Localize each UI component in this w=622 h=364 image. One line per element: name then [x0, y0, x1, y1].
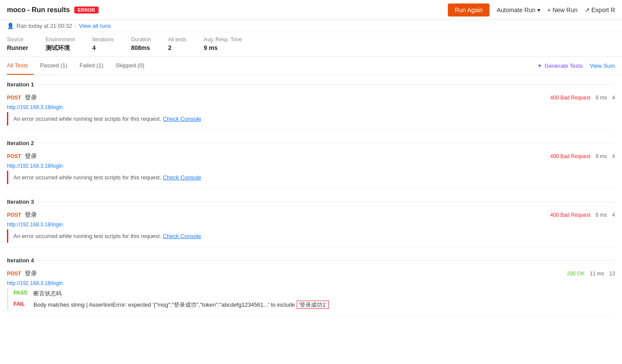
- ai-icon: ✦: [537, 63, 542, 69]
- view-all-runs-link[interactable]: View all runs: [79, 23, 111, 29]
- stat-label: All tests: [168, 36, 186, 43]
- automate-run-button[interactable]: Automate Run ▾: [496, 7, 540, 13]
- stat-value: 4: [92, 44, 113, 51]
- iteration-header-4: Iteration 4: [7, 251, 615, 267]
- automate-run-label: Automate Run: [496, 7, 536, 13]
- person-icon: 👤: [7, 23, 14, 29]
- request-right: 400 Bad Request9 ms4: [550, 153, 615, 159]
- check-console-link[interactable]: Check Console: [163, 174, 201, 181]
- request-block: POST登录200 OK11 ms13http://192.168.3.18/l…: [7, 267, 615, 315]
- tab-all-tests[interactable]: All Tests: [7, 57, 34, 75]
- method-badge: POST: [7, 153, 21, 159]
- request-block: POST登录400 Bad Request9 ms4http://192.168…: [7, 150, 615, 189]
- status-badge: 400 Bad Request: [550, 95, 591, 101]
- request-name: 登录: [25, 94, 37, 102]
- check-console-link[interactable]: Check Console: [163, 116, 201, 122]
- test-description: Body matches string | AssertionError: ex…: [33, 301, 615, 309]
- request-header: POST登录400 Bad Request8 ms4: [7, 91, 615, 104]
- separator: ·: [75, 23, 76, 29]
- stat-label: Source: [7, 36, 28, 43]
- export-button[interactable]: ↗ Export R: [585, 7, 615, 13]
- tabs-right: ✦ Generate Tests View Sum: [537, 63, 615, 69]
- test-count: 4: [612, 212, 615, 218]
- tab-passed[interactable]: Passed (1): [34, 57, 73, 75]
- generate-tests-label: Generate Tests: [545, 63, 583, 69]
- fail-label: FAIL: [13, 301, 29, 307]
- iteration-header-2: Iteration 2: [7, 134, 615, 150]
- request-url[interactable]: http://192.168.3.18/login: [7, 104, 615, 110]
- error-message: An error occurred while running test scr…: [7, 112, 615, 126]
- request-url[interactable]: http://192.168.3.18/login: [7, 280, 615, 286]
- page-title: moco - Run results: [7, 6, 70, 14]
- export-label: Export R: [592, 7, 615, 13]
- test-result-row: FAILBody matches string | AssertionError…: [13, 299, 615, 311]
- request-name: 登录: [25, 270, 37, 278]
- stat-label: Iterations: [92, 36, 113, 43]
- error-message: An error occurred while running test scr…: [7, 229, 615, 243]
- view-summary-button[interactable]: View Sum: [590, 63, 615, 69]
- stat-value: Runner: [7, 44, 28, 51]
- request-right: 400 Bad Request6 ms4: [550, 212, 615, 218]
- new-run-button[interactable]: + New Run: [547, 7, 578, 13]
- request-url[interactable]: http://192.168.3.18/login: [7, 222, 615, 228]
- method-badge: POST: [7, 95, 21, 101]
- test-count: 13: [609, 271, 615, 277]
- generate-tests-button[interactable]: ✦ Generate Tests: [537, 63, 583, 69]
- request-url[interactable]: http://192.168.3.18/login: [7, 163, 615, 169]
- response-time: 9 ms: [596, 153, 607, 159]
- content: Iteration 1POST登录400 Bad Request8 ms4htt…: [0, 75, 622, 363]
- stat-value: 测试环境: [46, 44, 75, 52]
- stat-item: Avg. Resp. Time 9 ms: [204, 36, 242, 52]
- export-icon: ↗: [585, 7, 590, 13]
- request-header: POST登录200 OK11 ms13: [7, 267, 615, 280]
- stats-bar: Source Runner Environment 测试环境 Iteration…: [0, 32, 622, 57]
- status-badge: 400 Bad Request: [550, 153, 591, 159]
- request-header: POST登录400 Bad Request9 ms4: [7, 150, 615, 163]
- method-badge: POST: [7, 212, 21, 218]
- request-left: POST登录: [7, 152, 37, 160]
- ran-text: Ran today at 21:00:32: [17, 23, 72, 29]
- header-right: Run Again Automate Run ▾ + New Run ↗ Exp…: [448, 3, 615, 17]
- stat-label: Avg. Resp. Time: [204, 36, 242, 43]
- request-name: 登录: [25, 211, 37, 219]
- request-name: 登录: [25, 152, 37, 160]
- request-left: POST登录: [7, 270, 37, 278]
- stat-item: Iterations 4: [92, 36, 113, 52]
- request-right: 200 OK11 ms13: [567, 271, 615, 277]
- status-badge: 200 OK: [567, 271, 585, 277]
- request-block: POST登录400 Bad Request8 ms4http://192.168…: [7, 91, 615, 130]
- request-header: POST登录400 Bad Request6 ms4: [7, 208, 615, 222]
- header-left: moco - Run results ERROR: [7, 6, 99, 14]
- request-left: POST登录: [7, 94, 37, 102]
- highlighted-text: '登录成功1': [297, 301, 329, 309]
- tab-failed[interactable]: Failed (1): [73, 57, 109, 75]
- stat-value: 9 ms: [204, 44, 242, 51]
- error-badge: ERROR: [74, 7, 99, 13]
- tab-skipped[interactable]: Skipped (0): [109, 57, 150, 75]
- stat-item: Duration 808ms: [131, 36, 151, 52]
- test-count: 4: [612, 153, 615, 159]
- error-message: An error occurred while running test scr…: [7, 171, 615, 184]
- subheader: 👤 Ran today at 21:00:32 · View all runs: [0, 20, 622, 32]
- check-console-link[interactable]: Check Console: [163, 233, 201, 239]
- stat-item: All tests 2: [168, 36, 186, 52]
- request-right: 400 Bad Request8 ms4: [550, 95, 615, 101]
- test-results: PASS断言状态码FAILBody matches string | Asser…: [7, 288, 615, 311]
- status-badge: 400 Bad Request: [550, 212, 591, 218]
- header: moco - Run results ERROR Run Again Autom…: [0, 0, 622, 20]
- method-badge: POST: [7, 271, 21, 277]
- stat-item: Source Runner: [7, 36, 28, 52]
- divider: [7, 315, 615, 315]
- test-result-row: PASS断言状态码: [13, 288, 615, 299]
- pass-label: PASS: [13, 290, 29, 296]
- iteration-header-1: Iteration 1: [7, 75, 615, 91]
- stat-value: 2: [168, 44, 186, 51]
- run-again-button[interactable]: Run Again: [448, 3, 490, 17]
- response-time: 6 ms: [596, 212, 607, 218]
- stat-value: 808ms: [131, 44, 151, 51]
- tabs-left: All Tests Passed (1) Failed (1) Skipped …: [7, 57, 150, 75]
- response-time: 8 ms: [596, 95, 607, 101]
- stat-label: Environment: [46, 36, 75, 43]
- chevron-down-icon: ▾: [537, 7, 540, 13]
- stat-label: Duration: [131, 36, 151, 43]
